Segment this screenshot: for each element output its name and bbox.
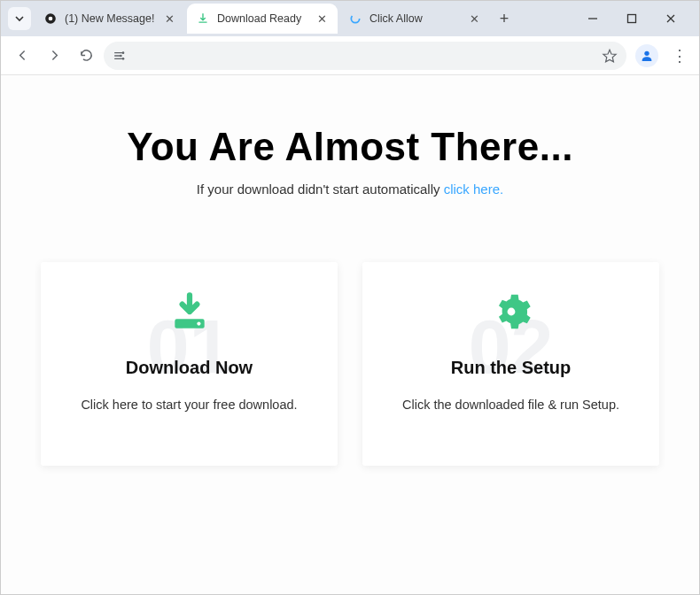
svg-point-10 bbox=[197, 321, 200, 325]
page-content: You Are Almost There... If your download… bbox=[1, 75, 699, 594]
titlebar: (1) New Message! ✕ Download Ready ✕ Clic… bbox=[1, 1, 699, 36]
card-2-title: Run the Setup bbox=[380, 358, 642, 378]
download-card[interactable]: 01 Download Now Click here to start your… bbox=[41, 262, 338, 466]
new-tab-button[interactable]: + bbox=[492, 6, 517, 31]
card-2-desc: Click the downloaded file & run Setup. bbox=[380, 398, 642, 412]
minimize-button[interactable] bbox=[580, 6, 605, 31]
toolbar: ⋮ bbox=[1, 36, 699, 75]
tab-3-close-icon[interactable]: ✕ bbox=[467, 12, 481, 26]
page-subtext: If your download didn't start automatica… bbox=[1, 182, 699, 197]
svg-point-6 bbox=[120, 54, 122, 57]
close-window-button[interactable] bbox=[658, 6, 683, 31]
download-arrow-icon bbox=[58, 285, 320, 338]
cards-row: 01 Download Now Click here to start your… bbox=[1, 262, 699, 466]
setup-card[interactable]: 02 Run the Setup Click the downloaded fi… bbox=[362, 262, 659, 466]
subtext-prefix: If your download didn't start automatica… bbox=[197, 182, 444, 197]
page-heading: You Are Almost There... bbox=[1, 125, 699, 169]
card-1-desc: Click here to start your free download. bbox=[58, 398, 320, 412]
gear-icon bbox=[380, 285, 642, 338]
tab-3-title: Click Allow bbox=[369, 12, 467, 25]
svg-point-1 bbox=[49, 17, 53, 21]
maximize-button[interactable] bbox=[619, 6, 644, 31]
bookmark-icon[interactable] bbox=[602, 48, 618, 64]
menu-button[interactable]: ⋮ bbox=[667, 46, 692, 66]
card-1-title: Download Now bbox=[58, 358, 320, 378]
forward-button[interactable] bbox=[40, 42, 68, 70]
tab-1-title: (1) New Message! bbox=[65, 12, 162, 25]
hero: You Are Almost There... If your download… bbox=[1, 75, 699, 197]
click-here-link[interactable]: click here. bbox=[444, 182, 504, 197]
svg-point-8 bbox=[644, 50, 649, 55]
tab-2-title: Download Ready bbox=[217, 12, 315, 25]
tab-3[interactable]: Click Allow ✕ bbox=[339, 4, 490, 34]
tab-1-close-icon[interactable]: ✕ bbox=[162, 12, 176, 26]
address-bar[interactable] bbox=[104, 42, 626, 70]
loading-icon bbox=[348, 12, 362, 26]
tab-1[interactable]: (1) New Message! ✕ bbox=[35, 4, 185, 34]
tab-2[interactable]: Download Ready ✕ bbox=[187, 4, 338, 34]
tab-search-button[interactable] bbox=[8, 7, 31, 30]
svg-point-5 bbox=[122, 51, 125, 54]
site-settings-icon[interactable] bbox=[113, 49, 127, 63]
tab-2-close-icon[interactable]: ✕ bbox=[315, 12, 329, 26]
svg-point-11 bbox=[507, 308, 515, 316]
reload-button[interactable] bbox=[72, 42, 100, 70]
window-controls bbox=[580, 6, 696, 31]
back-button[interactable] bbox=[8, 42, 36, 70]
svg-point-7 bbox=[122, 58, 125, 60]
bell-icon bbox=[43, 12, 58, 26]
profile-button[interactable] bbox=[635, 44, 658, 67]
svg-point-2 bbox=[351, 14, 359, 22]
svg-rect-4 bbox=[628, 15, 636, 23]
address-input[interactable] bbox=[134, 49, 595, 62]
download-icon bbox=[196, 12, 210, 26]
